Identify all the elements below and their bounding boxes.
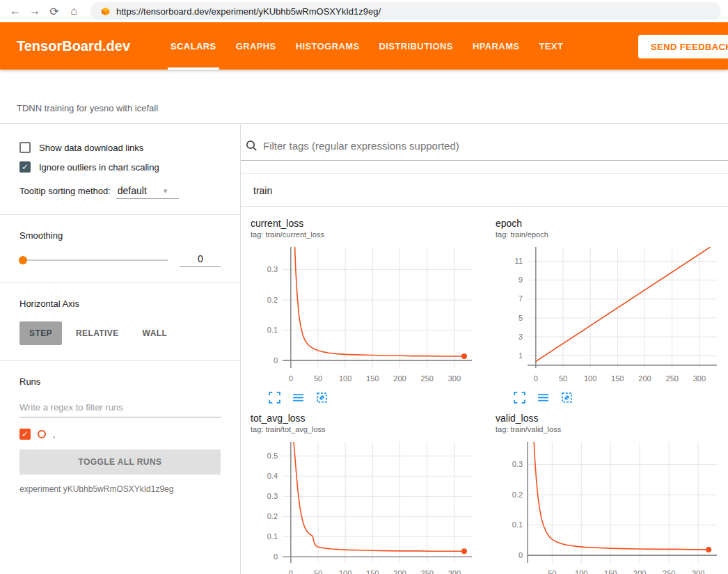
runs-label: Runs xyxy=(19,376,221,387)
svg-text:200: 200 xyxy=(393,569,406,574)
svg-text:0.2: 0.2 xyxy=(267,512,278,520)
chart-toolbar xyxy=(496,389,728,404)
chart-card-valid-loss: valid_loss tag: train/valid_loss 5010015… xyxy=(496,413,728,574)
smoothing-slider-thumb[interactable] xyxy=(19,256,27,264)
experiment-id-label: experiment yKUbhb5wRmOSXYkId1z9eg xyxy=(19,484,221,494)
tooltip-sorting-label: Tooltip sorting method: xyxy=(19,186,111,196)
svg-text:0.1: 0.1 xyxy=(267,326,278,334)
ignore-outliers-checkbox[interactable] xyxy=(19,161,31,173)
svg-text:0.2: 0.2 xyxy=(512,491,523,499)
fit-domain-icon[interactable] xyxy=(316,392,329,404)
fit-domain-icon[interactable] xyxy=(561,392,573,404)
tensorboard-favicon xyxy=(100,6,111,17)
toggle-all-runs-button[interactable]: TOGGLE ALL RUNS xyxy=(19,449,221,475)
smoothing-value-field[interactable]: 0 xyxy=(180,253,221,267)
horizontal-axis-label: Horizontal Axis xyxy=(19,298,221,309)
svg-text:50: 50 xyxy=(559,374,567,383)
address-bar[interactable]: https://tensorboard.dev/experiment/yKUbh… xyxy=(90,2,721,20)
runs-menu-icon[interactable] xyxy=(292,392,305,404)
run-checkbox[interactable] xyxy=(19,429,31,440)
svg-text:100: 100 xyxy=(339,374,351,383)
svg-text:0: 0 xyxy=(289,374,293,383)
svg-text:0.3: 0.3 xyxy=(267,265,278,273)
search-icon xyxy=(245,139,258,152)
chart-card-current-loss: current_loss tag: train/current_loss 050… xyxy=(251,218,490,404)
tab-scalars[interactable]: SCALARS xyxy=(161,22,226,70)
tag-group-header[interactable]: train xyxy=(241,174,728,207)
smoothing-label: Smoothing xyxy=(19,230,221,241)
svg-text:150: 150 xyxy=(604,569,617,574)
svg-text:150: 150 xyxy=(366,374,379,383)
svg-text:0: 0 xyxy=(274,552,278,561)
scalars-panel: train current_loss tag: train/current_lo… xyxy=(241,124,728,574)
show-download-links-label: Show data download links xyxy=(39,143,143,153)
tab-hparams[interactable]: HPARAMS xyxy=(463,22,530,70)
tag-filter-input[interactable] xyxy=(263,140,728,152)
chart-tag: tag: train/valid_loss xyxy=(496,425,728,433)
svg-text:0.4: 0.4 xyxy=(267,472,278,480)
axis-relative-button[interactable]: RELATIVE xyxy=(66,321,129,345)
tooltip-sorting-dropdown[interactable]: default ▾ xyxy=(116,185,179,199)
line-chart[interactable]: 0501001502002503001357911 xyxy=(496,241,725,386)
svg-text:250: 250 xyxy=(666,374,679,383)
chart-title: current_loss xyxy=(251,218,490,229)
divider xyxy=(0,214,240,215)
tag-group-card: train current_loss tag: train/current_lo… xyxy=(241,173,728,574)
tab-distributions[interactable]: DISTRIBUTIONS xyxy=(370,22,463,70)
run-color-ring xyxy=(38,430,46,438)
tab-histograms[interactable]: HISTOGRAMS xyxy=(286,22,370,70)
svg-text:0.5: 0.5 xyxy=(267,452,278,460)
url-text: https://tensorboard.dev/experiment/yKUbh… xyxy=(116,6,381,17)
line-chart[interactable]: 05010015020025030000.10.20.30.40.5 xyxy=(251,436,480,574)
show-download-links-row[interactable]: Show data download links xyxy=(19,142,221,153)
smoothing-slider[interactable] xyxy=(19,260,168,261)
expand-chart-icon[interactable] xyxy=(269,392,281,404)
tab-text[interactable]: TEXT xyxy=(529,22,573,70)
expand-chart-icon[interactable] xyxy=(514,392,526,404)
svg-text:7: 7 xyxy=(519,294,523,303)
divider xyxy=(0,282,240,283)
svg-text:0: 0 xyxy=(274,356,278,365)
ignore-outliers-label: Ignore outliers in chart scaling xyxy=(39,162,159,173)
svg-text:50: 50 xyxy=(314,569,322,574)
svg-text:100: 100 xyxy=(575,569,587,574)
axis-step-button[interactable]: STEP xyxy=(19,321,62,345)
svg-text:0.3: 0.3 xyxy=(512,460,523,468)
svg-text:100: 100 xyxy=(584,374,596,383)
svg-text:0.1: 0.1 xyxy=(267,532,278,541)
back-icon[interactable]: ← xyxy=(7,3,24,19)
svg-text:3: 3 xyxy=(519,333,523,341)
axis-wall-button[interactable]: WALL xyxy=(133,321,177,345)
svg-text:200: 200 xyxy=(393,374,406,383)
ignore-outliers-row[interactable]: Ignore outliers in chart scaling xyxy=(19,161,221,173)
home-icon[interactable]: ⌂ xyxy=(65,3,82,19)
svg-text:300: 300 xyxy=(448,569,461,574)
svg-text:0.2: 0.2 xyxy=(267,296,278,304)
run-list-item[interactable]: . xyxy=(19,429,221,440)
line-chart[interactable]: 05010015020025030000.10.20.3 xyxy=(251,241,480,386)
chart-tag: tag: train/tot_avg_loss xyxy=(251,425,490,433)
app-logo: TensorBoard.dev xyxy=(17,38,130,54)
reload-icon[interactable]: ⟳ xyxy=(46,3,63,19)
forward-icon[interactable]: → xyxy=(26,3,43,19)
chart-title: valid_loss xyxy=(496,413,728,424)
tooltip-sorting-value: default xyxy=(118,185,147,196)
svg-text:0: 0 xyxy=(289,569,293,574)
show-download-links-checkbox[interactable] xyxy=(19,142,31,153)
line-chart[interactable]: 5010015020025030000.10.20.3 xyxy=(496,436,725,574)
browser-chrome: ← → ⟳ ⌂ https://tensorboard.dev/experime… xyxy=(0,0,728,22)
chart-card-epoch: epoch tag: train/epoch 05010015020025030… xyxy=(496,218,728,404)
runs-menu-icon[interactable] xyxy=(537,392,550,404)
tab-graphs[interactable]: GRAPHS xyxy=(226,22,286,70)
send-feedback-button[interactable]: SEND FEEDBACK xyxy=(638,35,728,58)
svg-text:11: 11 xyxy=(515,257,523,265)
svg-text:250: 250 xyxy=(421,569,434,574)
divider xyxy=(0,360,240,361)
runs-filter-input[interactable] xyxy=(19,399,221,417)
svg-text:200: 200 xyxy=(633,569,646,574)
svg-text:100: 100 xyxy=(339,569,351,574)
chevron-down-icon: ▾ xyxy=(164,186,168,196)
svg-text:0: 0 xyxy=(534,374,538,383)
svg-text:9: 9 xyxy=(519,276,523,284)
svg-text:150: 150 xyxy=(366,569,379,574)
